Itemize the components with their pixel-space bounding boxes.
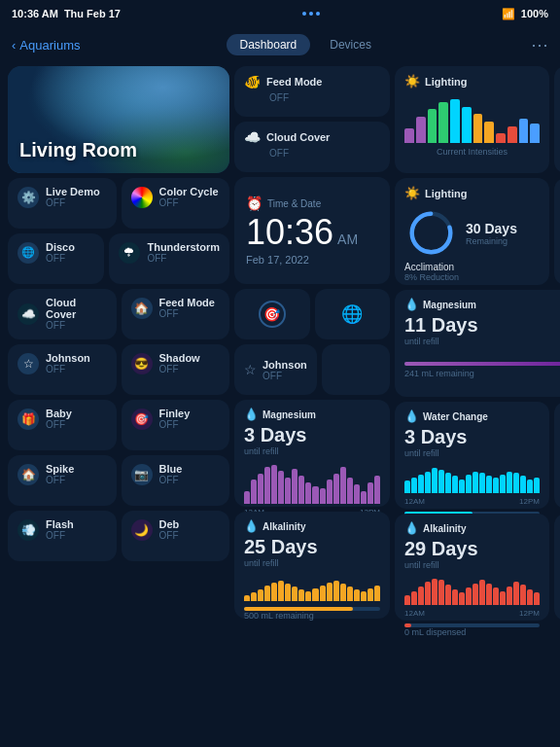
top-lighting-row: ☀️ Lighting Current Intensities ☀️ Light… bbox=[395, 66, 560, 173]
magnesium-days-card: 💧 Magnesium 11 Days until refill 241 mL … bbox=[395, 290, 560, 397]
wc1-drop-icon: 💧 bbox=[404, 409, 419, 423]
spike-card[interactable]: 🏠 Spike OFF bbox=[8, 455, 117, 506]
mid-row-icons: 🎯 🌐 bbox=[234, 289, 390, 339]
color-cycle-label: Color Cycle bbox=[159, 186, 219, 197]
spike-status: OFF bbox=[46, 475, 74, 485]
row-3: ☁️ Cloud Cover OFF 🏠 Feed Mode OFF bbox=[8, 289, 229, 339]
baby-card[interactable]: 🎁 Baby OFF bbox=[8, 400, 117, 450]
feed-mode-card[interactable]: 🏠 Feed Mode OFF bbox=[122, 289, 230, 339]
thunderstorm-status: OFF bbox=[147, 253, 220, 264]
alk2-sub: until refill bbox=[404, 560, 540, 570]
magnesium-chart-card: 💧 Magnesium 3 Days until refill 12AM 12P… bbox=[234, 400, 390, 507]
deb-status: OFF bbox=[159, 530, 180, 541]
left-column: Living Room ⚙️ Live Demo OFF Color Cycle bbox=[8, 66, 229, 743]
trace-elements-card: 💧 Trace Elements 29 Days until refill 39… bbox=[554, 514, 560, 621]
sun-icon-1: ☀️ bbox=[404, 74, 420, 89]
disco-status: OFF bbox=[46, 253, 75, 264]
lighting-label-3: Lighting bbox=[425, 188, 467, 199]
color-cycle-status: OFF bbox=[159, 197, 219, 208]
more-menu-button[interactable]: ⋯ bbox=[531, 34, 548, 55]
status-right: 📶 100% bbox=[502, 8, 548, 20]
johnson-status: OFF bbox=[46, 364, 90, 374]
alk2-x-end: 12PM bbox=[519, 609, 540, 618]
room-title: Living Room bbox=[19, 139, 137, 161]
time-card-label: Time & Date bbox=[267, 198, 321, 209]
circle-button-left[interactable]: 🎯 bbox=[259, 301, 286, 328]
finley-status: OFF bbox=[159, 419, 191, 430]
alk2-remaining: 0 mL dispensed bbox=[404, 627, 540, 637]
deb-card[interactable]: 🌙 Deb OFF bbox=[122, 511, 230, 561]
live-demo-card[interactable]: ⚙️ Live Demo OFF bbox=[8, 178, 117, 229]
color-cycle-card[interactable]: Color Cycle OFF bbox=[122, 178, 230, 229]
tab-devices[interactable]: Devices bbox=[316, 34, 385, 55]
acclimation-card: ☀️ Lighting 30 Days Remaining A bbox=[395, 178, 549, 285]
tab-dashboard[interactable]: Dashboard bbox=[227, 34, 311, 55]
alkalinity1-card: 💧 Alkalinity 25 Days until refill 500 mL… bbox=[234, 512, 390, 619]
blue-card[interactable]: 📷 Blue OFF bbox=[122, 455, 230, 506]
mag-days-label: Magnesium bbox=[423, 300, 476, 310]
deb-label: Deb bbox=[159, 518, 180, 530]
alk1-days: 25 Days bbox=[244, 536, 380, 558]
acclimation-vortech-row: ☀️ Lighting 30 Days Remaining A bbox=[395, 178, 560, 285]
back-button[interactable]: ‹ Aquariums bbox=[12, 38, 80, 53]
status-day: Thu Feb 17 bbox=[64, 8, 121, 19]
feed-mode-status: OFF bbox=[159, 308, 215, 319]
lighting-label-1: Lighting bbox=[425, 76, 467, 88]
alk2-days: 29 Days bbox=[404, 538, 540, 560]
feed-mode-top-card[interactable]: 🐠 Feed Mode OFF bbox=[234, 66, 390, 117]
mag-progress-container bbox=[404, 362, 560, 366]
flash-card[interactable]: 💨 Flash OFF bbox=[8, 511, 117, 561]
live-demo-status: OFF bbox=[46, 197, 100, 208]
thunderstorm-icon: 🌩 bbox=[119, 242, 140, 264]
cloud-cover-top-status: OFF bbox=[244, 148, 380, 159]
deb-icon: 🌙 bbox=[131, 519, 153, 541]
status-time: 10:36 AM bbox=[12, 8, 58, 19]
row-2: 🌐 Disco OFF 🌩 Thunderstorm OFF bbox=[8, 233, 229, 284]
thunderstorm-card[interactable]: 🌩 Thunderstorm OFF bbox=[109, 233, 229, 284]
time-date: Feb 17, 2022 bbox=[246, 254, 378, 266]
cloud-cover-label: Cloud Cover bbox=[46, 297, 107, 320]
feed-mode-top-label: Feed Mode bbox=[266, 76, 322, 88]
johnson-card[interactable]: ☆ Johnson OFF bbox=[8, 344, 117, 395]
disco-card[interactable]: 🌐 Disco OFF bbox=[8, 233, 104, 284]
cloud-cover-top-card[interactable]: ☁️ Cloud Cover OFF bbox=[234, 122, 390, 172]
days-remaining: 30 Days bbox=[466, 221, 517, 236]
main-layout: Living Room ⚙️ Live Demo OFF Color Cycle bbox=[0, 62, 560, 747]
wc1-x-start: 12AM bbox=[404, 497, 425, 506]
cloud-cover-top-label: Cloud Cover bbox=[266, 131, 330, 143]
dots-menu bbox=[302, 12, 320, 16]
current-intensities: Current Intensities bbox=[404, 147, 540, 157]
lighting-bars-card: ☀️ Lighting Current Intensities bbox=[395, 66, 549, 173]
cloud-cover-card[interactable]: ☁️ Cloud Cover OFF bbox=[8, 289, 117, 339]
cloud-icon: ☁️ bbox=[244, 129, 261, 145]
clock-icon: ⏰ bbox=[246, 196, 262, 211]
johnson-star-card[interactable]: ☆ Johnson OFF bbox=[234, 344, 317, 395]
shadow-card[interactable]: 😎 Shadow OFF bbox=[122, 344, 230, 395]
live-demo-label: Live Demo bbox=[46, 186, 100, 197]
johnson-icon: ☆ bbox=[18, 353, 39, 374]
alk2-x-start: 12AM bbox=[404, 609, 425, 618]
feed-mode-label: Feed Mode bbox=[159, 297, 215, 308]
cloud-cover-status: OFF bbox=[46, 320, 107, 331]
blue-label: Blue bbox=[159, 463, 183, 475]
mid-icon-left[interactable]: 🎯 bbox=[234, 289, 310, 339]
right-column: ☀️ Lighting Current Intensities ☀️ Light… bbox=[395, 66, 560, 743]
mag-chart-sub: until refill bbox=[244, 446, 380, 456]
alk2-drop-icon: 💧 bbox=[404, 521, 419, 535]
wc1-x-end: 12PM bbox=[519, 497, 540, 506]
shadow-icon: 😎 bbox=[131, 353, 153, 374]
lighting-bars bbox=[404, 94, 540, 143]
baby-status: OFF bbox=[46, 419, 72, 430]
time-ampm: AM bbox=[337, 231, 358, 247]
spike-icon: 🏠 bbox=[18, 464, 39, 485]
feed-mode-top-status: OFF bbox=[244, 92, 380, 103]
remaining-label: Remaining bbox=[466, 236, 517, 246]
nav-bar: ‹ Aquariums Dashboard Devices ⋯ bbox=[0, 27, 560, 62]
target-icon: 🎯 bbox=[263, 306, 280, 322]
johnson2-label: Johnson bbox=[262, 359, 307, 371]
finley-card[interactable]: 🎯 Finley OFF bbox=[122, 400, 230, 450]
mid-icon-right[interactable]: 🌐 bbox=[315, 289, 391, 339]
donut-chart bbox=[404, 206, 458, 260]
lighting-moon-card: ☀️ Lighting Waning Gibbous 20% Reduction bbox=[554, 66, 560, 173]
flash-status: OFF bbox=[46, 530, 74, 541]
